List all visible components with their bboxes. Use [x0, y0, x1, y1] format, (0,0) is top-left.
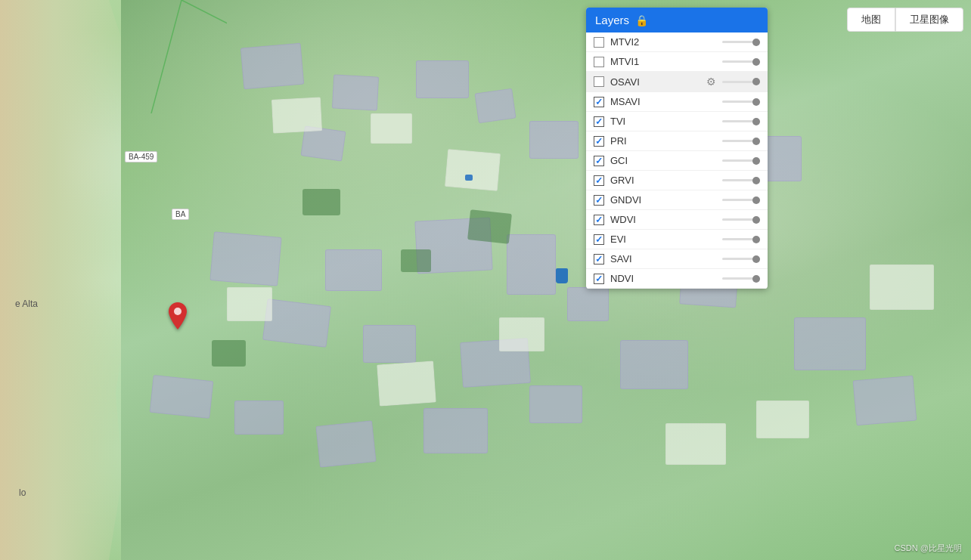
- field-patch: [423, 408, 488, 453]
- layer-slider[interactable]: [722, 258, 760, 260]
- checkmark-icon: ✓: [595, 175, 603, 186]
- field-patch: [209, 231, 281, 286]
- layer-slider[interactable]: [722, 199, 760, 201]
- layer-item[interactable]: ✓PRI: [586, 131, 768, 151]
- layer-checkbox[interactable]: ✓: [594, 215, 604, 225]
- slider-thumb: [752, 216, 760, 224]
- field-patch: [794, 317, 866, 370]
- layer-name: TVI: [610, 116, 716, 127]
- field-patch: [262, 299, 331, 348]
- slider-thumb: [752, 196, 760, 204]
- layer-slider[interactable]: [722, 277, 760, 280]
- layer-name: MTVI2: [610, 36, 716, 48]
- field-dark: [467, 209, 512, 244]
- layer-item[interactable]: ✓WDVI: [586, 210, 768, 230]
- layers-header: Layers 🔒: [586, 8, 768, 32]
- layer-checkbox[interactable]: ✓: [594, 195, 604, 206]
- checkmark-icon: ✓: [595, 274, 603, 284]
- slider-thumb: [752, 118, 760, 125]
- layer-item[interactable]: ✓NDVI: [586, 269, 768, 289]
- checkmark-icon: ✓: [595, 234, 603, 245]
- layer-slider[interactable]: [722, 218, 760, 221]
- slider-thumb: [752, 39, 760, 46]
- checkmark-icon: ✓: [595, 254, 603, 265]
- layer-slider[interactable]: [722, 101, 760, 103]
- layer-slider[interactable]: [722, 60, 760, 63]
- gear-icon[interactable]: ⚙: [706, 76, 716, 88]
- layer-slider[interactable]: [722, 140, 760, 142]
- field-dark: [302, 189, 340, 215]
- layer-name: GNDVI: [610, 194, 716, 206]
- slider-thumb: [752, 98, 760, 106]
- layers-title: Layers: [595, 14, 629, 26]
- field-white: [371, 113, 412, 144]
- layer-item[interactable]: ✓TVI: [586, 112, 768, 131]
- layer-name: MSAVI: [610, 96, 716, 107]
- field-patch: [325, 249, 382, 291]
- layer-name: OSAVI: [610, 76, 699, 88]
- layer-name: EVI: [610, 234, 716, 245]
- layer-slider[interactable]: [722, 120, 760, 122]
- checkmark-icon: ✓: [595, 116, 603, 127]
- slider-thumb: [752, 78, 760, 85]
- layer-slider[interactable]: [722, 41, 760, 43]
- map-container: BA-459 BA e Alta lo 地图 卫星图像 Layers 🔒 M: [0, 0, 971, 560]
- field-white: [227, 287, 272, 321]
- slider-thumb: [752, 255, 760, 263]
- layer-item[interactable]: MTVI1: [586, 52, 768, 72]
- layer-checkbox[interactable]: [594, 57, 604, 67]
- field-patch: [363, 325, 416, 363]
- layer-slider[interactable]: [722, 81, 760, 83]
- layer-checkbox[interactable]: ✓: [594, 274, 604, 284]
- layer-item[interactable]: OSAVI⚙: [586, 72, 768, 92]
- checkmark-icon: ✓: [595, 136, 603, 147]
- layer-item[interactable]: ✓MSAVI: [586, 92, 768, 112]
- layer-item[interactable]: ✓GNDVI: [586, 190, 768, 210]
- watermark: CSDN @比星光明: [895, 543, 962, 554]
- road-label-ba: BA: [172, 209, 189, 220]
- layer-checkbox[interactable]: ✓: [594, 254, 604, 265]
- place-label-lo: lo: [19, 487, 26, 498]
- field-patch: [529, 385, 582, 423]
- layer-checkbox[interactable]: ✓: [594, 136, 604, 147]
- slider-thumb: [752, 138, 760, 145]
- blue-shape: [556, 268, 568, 283]
- layer-slider[interactable]: [722, 238, 760, 240]
- field-patch: [567, 287, 609, 321]
- layer-checkbox[interactable]: ✓: [594, 97, 604, 107]
- layer-item[interactable]: ✓GCI: [586, 151, 768, 171]
- layers-list: MTVI2MTVI1OSAVI⚙✓MSAVI✓TVI✓PRI✓GCI✓GRVI✓…: [586, 32, 768, 289]
- map-button[interactable]: 地图: [847, 8, 895, 32]
- field-white: [756, 401, 809, 438]
- layer-checkbox[interactable]: [594, 37, 604, 48]
- layer-checkbox[interactable]: [594, 76, 604, 87]
- map-marker: [169, 302, 187, 336]
- terrain-left: [0, 0, 136, 560]
- field-patch: [332, 74, 379, 110]
- layer-item[interactable]: ✓EVI: [586, 230, 768, 249]
- layer-item[interactable]: ✓GRVI: [586, 171, 768, 190]
- field-white: [445, 149, 501, 191]
- layer-slider[interactable]: [722, 179, 760, 181]
- field-white: [870, 265, 934, 310]
- layer-name: WDVI: [610, 214, 716, 225]
- field-white: [271, 97, 322, 133]
- checkmark-icon: ✓: [595, 215, 603, 225]
- field-patch: [234, 401, 284, 435]
- satellite-button[interactable]: 卫星图像: [895, 8, 963, 32]
- field-dark: [401, 249, 431, 272]
- slider-thumb: [752, 58, 760, 66]
- field-patch: [507, 234, 556, 295]
- layer-item[interactable]: ✓SAVI: [586, 249, 768, 269]
- layer-checkbox[interactable]: ✓: [594, 156, 604, 166]
- field-white: [377, 360, 436, 406]
- layer-checkbox[interactable]: ✓: [594, 234, 604, 245]
- svg-point-1: [174, 308, 181, 315]
- layer-item[interactable]: MTVI2: [586, 32, 768, 52]
- layer-checkbox[interactable]: ✓: [594, 175, 604, 186]
- field-patch: [315, 420, 376, 468]
- lock-icon[interactable]: 🔒: [635, 14, 648, 26]
- layer-checkbox[interactable]: ✓: [594, 116, 604, 127]
- slider-thumb: [752, 157, 760, 165]
- layer-slider[interactable]: [722, 159, 760, 162]
